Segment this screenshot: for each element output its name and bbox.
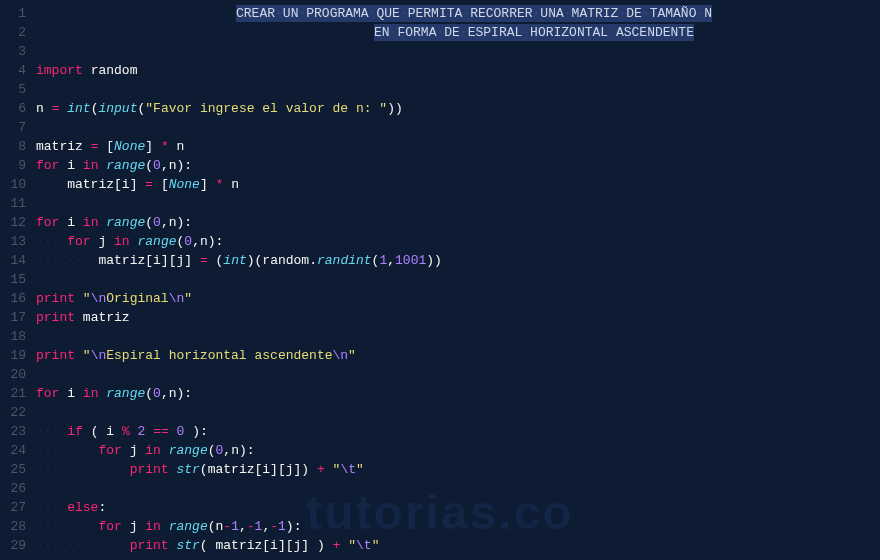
code-line: n = int(input("Favor ingrese el valor de…: [36, 99, 880, 118]
line-number: 19: [0, 346, 36, 365]
code-line: ····if ( i % 2 == 0 ):: [36, 422, 880, 441]
line-number: 21: [0, 384, 36, 403]
line-number: 29: [0, 536, 36, 555]
header-line-1: CREAR·UN·PROGRAMA·QUE·PERMITA·RECORRER·U…: [36, 4, 880, 23]
code-line: [36, 403, 880, 422]
line-number: 11: [0, 194, 36, 213]
code-line: print "\nOriginal\n": [36, 289, 880, 308]
code-line: ········matriz[i][j] = (int)(random.rand…: [36, 251, 880, 270]
code-line: [36, 270, 880, 289]
line-number: 25: [0, 460, 36, 479]
line-number: 20: [0, 365, 36, 384]
line-number: 10: [0, 175, 36, 194]
line-number-gutter: 1234567891011121314151617181920212223242…: [0, 0, 36, 560]
code-line: [36, 42, 880, 61]
code-line: [36, 479, 880, 498]
code-editor[interactable]: 1234567891011121314151617181920212223242…: [0, 0, 880, 560]
line-number: 13: [0, 232, 36, 251]
code-line: ········for j in range(0,n):: [36, 441, 880, 460]
code-line: ····else:: [36, 498, 880, 517]
code-line: [36, 327, 880, 346]
code-line: import random: [36, 61, 880, 80]
line-number: 7: [0, 118, 36, 137]
code-line: [36, 118, 880, 137]
line-number: 2: [0, 23, 36, 42]
line-number: 24: [0, 441, 36, 460]
line-number: 1: [0, 4, 36, 23]
code-line: ····matriz[i] = [None] * n: [36, 175, 880, 194]
code-line: for i in range(0,n):: [36, 384, 880, 403]
line-number: 12: [0, 213, 36, 232]
line-number: 5: [0, 80, 36, 99]
code-line: [36, 365, 880, 384]
line-number: 23: [0, 422, 36, 441]
code-line: for i in range(0,n):: [36, 156, 880, 175]
code-line: [36, 194, 880, 213]
line-number: 17: [0, 308, 36, 327]
line-number: 16: [0, 289, 36, 308]
code-line: print "\nEspiral horizontal ascendente\n…: [36, 346, 880, 365]
line-number: 22: [0, 403, 36, 422]
line-number: 15: [0, 270, 36, 289]
line-number: 4: [0, 61, 36, 80]
code-line: ············print str(matriz[i][j]) + "\…: [36, 460, 880, 479]
code-line: ············print str( matriz[i][j] ) + …: [36, 536, 880, 555]
line-number: 27: [0, 498, 36, 517]
line-number: 8: [0, 137, 36, 156]
code-line: matriz = [None] * n: [36, 137, 880, 156]
line-number: 26: [0, 479, 36, 498]
code-line: for i in range(0,n):: [36, 213, 880, 232]
code-line: ········for j in range(n-1,-1,-1):: [36, 517, 880, 536]
code-line: print matriz: [36, 308, 880, 327]
line-number: 18: [0, 327, 36, 346]
line-number: 28: [0, 517, 36, 536]
code-line: [36, 80, 880, 99]
header-line-2: EN·FORMA·DE·ESPIRAL·HORIZONTAL·ASCENDENT…: [36, 23, 880, 42]
line-number: 3: [0, 42, 36, 61]
code-line: ····for j in range(0,n):: [36, 232, 880, 251]
line-number: 9: [0, 156, 36, 175]
line-number: 6: [0, 99, 36, 118]
line-number: 14: [0, 251, 36, 270]
code-area[interactable]: CREAR·UN·PROGRAMA·QUE·PERMITA·RECORRER·U…: [36, 0, 880, 560]
